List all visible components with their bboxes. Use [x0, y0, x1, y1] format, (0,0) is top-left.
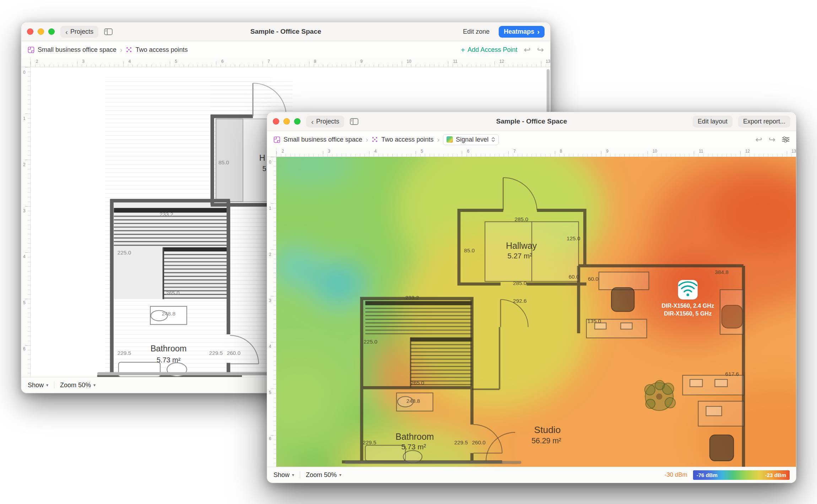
- undo-icon[interactable]: ↩: [524, 46, 530, 54]
- room-name-partial: H: [259, 153, 265, 163]
- filters-icon[interactable]: [782, 136, 790, 143]
- project-icon: [28, 46, 34, 53]
- horizontal-scrollbar[interactable]: [97, 372, 272, 375]
- sidebar-toggle-button[interactable]: [104, 28, 113, 35]
- close-button[interactable]: [273, 118, 279, 125]
- divider: [54, 382, 54, 389]
- zoom-button[interactable]: [294, 118, 301, 125]
- ruler-number: 6: [23, 346, 26, 351]
- dim-label: 265.0: [166, 290, 179, 296]
- room-area: 5.73 m²: [401, 443, 426, 451]
- plus-icon: +: [461, 46, 465, 54]
- svg-text:265.0: 265.0: [411, 380, 424, 386]
- close-button[interactable]: [27, 28, 33, 35]
- room-name: Studio: [534, 424, 561, 435]
- show-menu[interactable]: Show ▾: [28, 382, 48, 389]
- breadcrumb-zone[interactable]: Two access points: [372, 136, 433, 143]
- ruler-number: 5: [421, 149, 423, 154]
- zoom-button[interactable]: [48, 28, 55, 35]
- visualization-label: Signal level: [456, 136, 488, 143]
- ruler-number: 7: [513, 149, 516, 154]
- breadcrumb-zone[interactable]: Two access points: [126, 46, 188, 54]
- room-area: 5.73 m²: [157, 356, 180, 364]
- ruler-number: 7: [267, 59, 270, 64]
- breadcrumb-bar: Small business office space › Two access…: [267, 131, 796, 148]
- signal-legend[interactable]: -76 dBm -23 dBm: [693, 470, 790, 480]
- show-menu[interactable]: Show ▾: [274, 471, 294, 479]
- svg-text:60.0: 60.0: [569, 274, 579, 280]
- sidebar-toggle-button[interactable]: [350, 118, 358, 125]
- svg-text:285.0: 285.0: [515, 216, 528, 222]
- projects-back-button[interactable]: ‹ Projects: [306, 116, 344, 127]
- ruler-number: 9: [360, 59, 363, 64]
- ruler-number: 8: [560, 149, 562, 154]
- traffic-lights: [27, 28, 55, 35]
- ruler-number: 1: [269, 206, 271, 211]
- export-report-button[interactable]: Export report...: [738, 116, 790, 127]
- chevron-left-icon: ‹: [65, 28, 68, 35]
- svg-text:125.0: 125.0: [567, 235, 580, 241]
- minimize-button[interactable]: [38, 28, 44, 35]
- ruler-number: 4: [269, 344, 271, 349]
- project-name: Small business office space: [38, 46, 117, 54]
- ruler-number: 8: [314, 59, 316, 64]
- visualization-select[interactable]: Signal level: [443, 134, 499, 145]
- minimize-button[interactable]: [283, 118, 290, 125]
- horizontal-scrollbar[interactable]: [345, 461, 521, 464]
- ruler-number: 13: [791, 149, 796, 154]
- breadcrumb-bar: Small business office space › Two access…: [21, 41, 550, 59]
- ruler-number: 5: [23, 300, 26, 305]
- redo-icon[interactable]: ↪: [769, 136, 775, 144]
- projects-label: Projects: [70, 28, 93, 35]
- zone-name: Two access points: [135, 46, 188, 54]
- add-access-point-button[interactable]: + Add Access Point: [461, 46, 517, 54]
- ruler-number: 4: [374, 149, 377, 154]
- edit-zone-button[interactable]: Edit zone: [459, 26, 493, 38]
- room-area: 56.29 m²: [531, 437, 561, 445]
- ruler-corner: [267, 148, 276, 157]
- divider: [300, 471, 300, 478]
- chevron-left-icon: ‹: [311, 118, 314, 125]
- ruler-number: 10: [407, 59, 411, 64]
- project-name: Small business office space: [283, 136, 362, 143]
- chevron-down-icon: ▾: [93, 383, 96, 388]
- room-name: Bathroom: [151, 344, 187, 353]
- undo-icon[interactable]: ↩: [755, 136, 762, 144]
- redo-icon[interactable]: ↪: [537, 46, 544, 54]
- breadcrumb-project[interactable]: Small business office space: [28, 46, 117, 54]
- projects-label: Projects: [316, 118, 339, 125]
- zoom-menu[interactable]: Zoom 50% ▾: [306, 471, 341, 479]
- stepper-icon: [491, 137, 495, 142]
- ruler-number: 5: [175, 59, 177, 64]
- projects-back-button[interactable]: ‹ Projects: [60, 26, 98, 38]
- legend-min-label: -76 dBm: [697, 472, 718, 478]
- ruler-number: 6: [467, 149, 470, 154]
- chevron-right-icon: ›: [537, 28, 540, 35]
- ruler-top: 2345678910111213: [31, 58, 550, 67]
- heatmap-window[interactable]: ‹ Projects Sample - Office Space Edit la…: [267, 112, 796, 483]
- dim-label: 229.5: [209, 350, 223, 356]
- ruler-number: 3: [328, 149, 330, 154]
- svg-text:229.5: 229.5: [454, 439, 468, 445]
- edit-layout-button[interactable]: Edit layout: [693, 116, 732, 127]
- ruler-number: 12: [499, 59, 504, 64]
- ruler-number: 2: [269, 252, 271, 257]
- zoom-menu[interactable]: Zoom 50% ▾: [60, 382, 96, 389]
- titlebar: ‹ Projects Sample - Office Space Edit la…: [267, 112, 796, 131]
- traffic-lights: [273, 118, 301, 125]
- ruler-number: 6: [221, 59, 224, 64]
- ruler-left: 0123456: [267, 157, 276, 467]
- breadcrumb-project[interactable]: Small business office space: [274, 136, 362, 143]
- canvas-area: 2345678910111213 0123456: [267, 148, 796, 467]
- ruler-corner: [21, 58, 31, 67]
- svg-text:135.0: 135.0: [588, 318, 601, 324]
- room-name: Hallway: [506, 241, 537, 251]
- svg-text:229.5: 229.5: [363, 439, 376, 445]
- dim-label: 248.8: [162, 311, 175, 317]
- heatmaps-button[interactable]: Heatmaps ›: [499, 26, 545, 38]
- heatmap-canvas[interactable]: 285.0 125.0 85.0 60.0 60.0 285.0 292.6 2…: [276, 157, 796, 467]
- sidebar-icon: [350, 118, 358, 125]
- window-title: Sample - Office Space: [250, 28, 321, 35]
- svg-text:233.2: 233.2: [405, 295, 419, 301]
- svg-text:292.6: 292.6: [513, 298, 526, 304]
